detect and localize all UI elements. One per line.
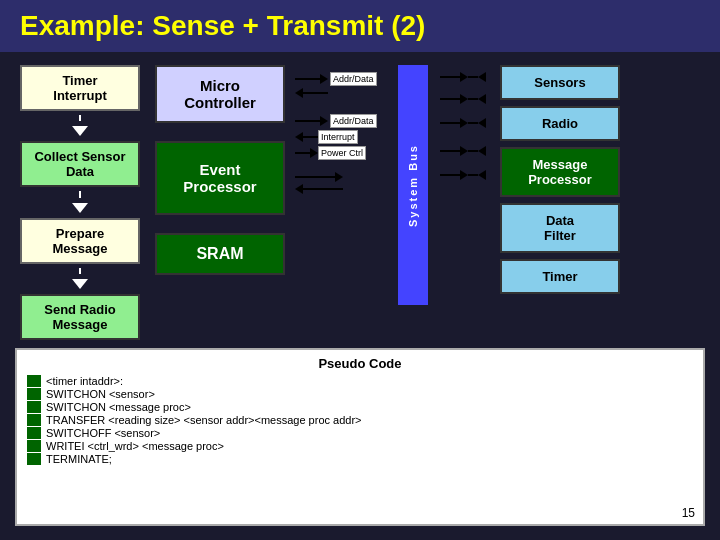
arrow-line-1 <box>79 115 81 121</box>
bullet-1 <box>27 388 41 400</box>
arrow-line-b <box>303 92 328 94</box>
arrow-line-2 <box>79 191 81 197</box>
diagram-area: TimerInterrupt Collect SensorData Prepar… <box>15 60 705 340</box>
left-flow-col: TimerInterrupt Collect SensorData Prepar… <box>15 60 145 340</box>
code-text-0: <timer intaddr>: <box>46 375 123 387</box>
slide-title: Example: Sense + Transmit (2) <box>20 10 425 41</box>
system-bus-label: System Bus <box>407 144 419 227</box>
pseudo-code-line-2: SWITCHON <message proc> <box>27 401 693 413</box>
code-text-1: SWITCHON <sensor> <box>46 388 155 400</box>
arrow-line-3 <box>79 268 81 274</box>
code-text-6: TERMINATE; <box>46 453 112 465</box>
pseudo-code-line-1: SWITCHON <sensor> <box>27 388 693 400</box>
msg-proc-arrow <box>440 118 495 128</box>
arrow-line-e <box>295 152 310 154</box>
right-peripherals-col: Sensors Radio MessageProcessor DataFilte… <box>500 60 630 340</box>
bullet-3 <box>27 414 41 426</box>
addr-data-label-2: Addr/Data <box>330 114 377 128</box>
radio-arrow <box>440 94 495 104</box>
power-ctrl-arrow: Power Ctrl <box>295 146 385 160</box>
bullet-4 <box>27 427 41 439</box>
bus-col: System Bus <box>390 60 435 340</box>
arrow-head-left-1 <box>295 88 303 98</box>
arrow-down-2 <box>72 203 88 213</box>
power-ctrl-label: Power Ctrl <box>318 146 366 160</box>
pseudo-code-line-3: TRANSFER <reading size> <sensor addr><me… <box>27 414 693 426</box>
arrow-down-3 <box>72 279 88 289</box>
event-processor-box: EventProcessor <box>155 141 285 215</box>
code-text-2: SWITCHON <message proc> <box>46 401 191 413</box>
timer-interrupt-box: TimerInterrupt <box>20 65 140 111</box>
data-filter-box: DataFilter <box>500 203 620 253</box>
arrow-line-a <box>295 78 320 80</box>
mid-processors-col: MicroController EventProcessor SRAM <box>150 60 290 340</box>
addr-data-2-arrow: Addr/Data <box>295 114 385 128</box>
pseudo-code-line-5: WRITEI <ctrl_wrd> <message proc> <box>27 440 693 452</box>
arrow-head-left-3 <box>295 184 303 194</box>
content-area: TimerInterrupt Collect SensorData Prepar… <box>0 52 720 534</box>
arrow-head-right-4 <box>335 172 343 182</box>
prepare-message-box: PrepareMessage <box>20 218 140 264</box>
interrupt-arrow: Interrupt <box>295 130 385 144</box>
sensors-arrow <box>440 72 495 82</box>
slide: Example: Sense + Transmit (2) TimerInter… <box>0 0 720 540</box>
pseudo-code-area: Pseudo Code <timer intaddr>: SWITCHON <s… <box>15 348 705 526</box>
timer-arrow <box>440 170 495 180</box>
page-number: 15 <box>682 506 695 520</box>
title-bar: Example: Sense + Transmit (2) <box>0 0 720 52</box>
sram-arrow-right <box>295 172 385 182</box>
bullet-6 <box>27 453 41 465</box>
code-text-4: SWITCHOFF <sensor> <box>46 427 160 439</box>
bullet-0 <box>27 375 41 387</box>
code-text-5: WRITEI <ctrl_wrd> <message proc> <box>46 440 224 452</box>
addr-data-label-1: Addr/Data <box>330 72 377 86</box>
addr-data-1-arrow: Addr/Data <box>295 72 385 86</box>
addr-data-1-back <box>295 88 385 98</box>
arrow-line-f <box>295 176 335 178</box>
message-processor-box: MessageProcessor <box>500 147 620 197</box>
radio-box: Radio <box>500 106 620 141</box>
pseudo-code-line-4: SWITCHOFF <sensor> <box>27 427 693 439</box>
arrow-line-g <box>303 188 343 190</box>
send-radio-box: Send RadioMessage <box>20 294 140 340</box>
bullet-2 <box>27 401 41 413</box>
system-bus: System Bus <box>398 65 428 305</box>
arrow-down-1 <box>72 126 88 136</box>
arrow-head-left-2 <box>295 132 303 142</box>
interrupt-label: Interrupt <box>318 130 358 144</box>
mid-arrows-area: Addr/Data Addr/Data Interrupt <box>295 60 385 340</box>
timer-box: Timer <box>500 259 620 294</box>
arrow-head-right-3 <box>310 148 318 158</box>
micro-controller-box: MicroController <box>155 65 285 123</box>
sensors-box: Sensors <box>500 65 620 100</box>
collect-sensor-box: Collect SensorData <box>20 141 140 187</box>
arrow-head-right-1 <box>320 74 328 84</box>
arrow-line-d <box>303 136 318 138</box>
sram-arrow-left <box>295 184 385 194</box>
data-filter-arrow <box>440 146 495 156</box>
pseudo-code-title: Pseudo Code <box>27 356 693 371</box>
sram-box: SRAM <box>155 233 285 275</box>
bus-right-arrows <box>440 60 495 340</box>
arrow-line-c <box>295 120 320 122</box>
bullet-5 <box>27 440 41 452</box>
code-text-3: TRANSFER <reading size> <sensor addr><me… <box>46 414 362 426</box>
pseudo-code-line-0: <timer intaddr>: <box>27 375 693 387</box>
arrow-head-right-2 <box>320 116 328 126</box>
pseudo-code-line-6: TERMINATE; <box>27 453 693 465</box>
